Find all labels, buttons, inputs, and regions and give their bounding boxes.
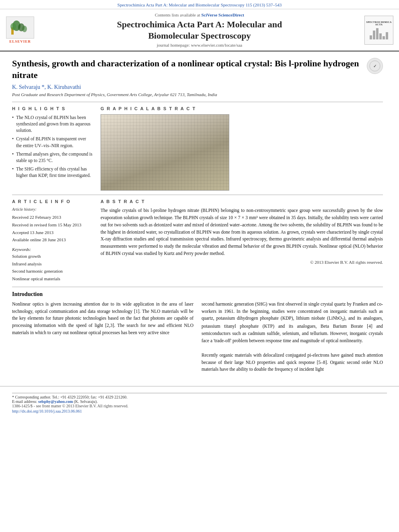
introduction-two-col: Nonlinear optics is given increasing att… (12, 301, 383, 373)
article-history-label: Article history: (12, 207, 93, 212)
intro-text-right-2: Recently organic materials with delocali… (202, 352, 383, 373)
spectro-logo-box: SPECTROCHIMICA ACTA (364, 16, 393, 45)
keyword-4: Nonlinear optical materials (12, 275, 93, 283)
article-title: Synthesis, growth and characterization o… (12, 58, 363, 81)
abstract-text: The single crystals of bis l-proline hyd… (101, 207, 383, 257)
spectro-bar-3 (376, 28, 378, 39)
revised-date: Received in revised form 15 May 2013 (12, 221, 93, 229)
intro-col-right: second harmonic generation (SHG) was fir… (202, 301, 383, 373)
divider-after-highlights (12, 195, 383, 195)
footer-doi: http://dx.doi.org/10.1016/j.saa.2013.06.… (12, 409, 387, 413)
available-date: Available online 28 June 2013 (12, 236, 93, 244)
journal-banner: ELSEVIER Contents lists available at Sci… (0, 9, 399, 51)
keywords-label: Keywords: (12, 247, 93, 252)
footer-issn: 1386-1425/$ - see front matter © 2013 El… (12, 404, 387, 408)
journal-title-banner: Spectrochimica Acta Part A: Molecular an… (40, 19, 359, 41)
graphical-abstract-image (101, 114, 229, 191)
article-keywords: Solution growth Infrared analysis Second… (12, 253, 93, 283)
crystal-image-placeholder (101, 115, 229, 190)
spectro-logo-text: SPECTROCHIMICA ACTA (366, 21, 392, 26)
journal-homepage: journal homepage: www.elsevier.com/locat… (40, 43, 359, 47)
introduction-heading: Introduction (12, 291, 383, 298)
keyword-3: Second harmonic generation (12, 267, 93, 275)
list-item: Thermal analyses gives, the compound is … (12, 151, 93, 164)
elsevier-logo-image (6, 16, 34, 39)
received-date: Received 22 February 2013 (12, 214, 93, 221)
footnote-corresponding: * Corresponding author. Tel.: +91 4329 2… (12, 393, 387, 404)
spectro-bar-5 (383, 36, 385, 39)
abstract-column: A B S T R A C T The single crystals of b… (101, 199, 383, 283)
abstract-copyright: © 2013 Elsevier B.V. All rights reserved… (101, 260, 383, 265)
divider-after-affiliation (12, 102, 383, 102)
spectro-bar-1 (370, 35, 372, 39)
graphical-abstract-column: G R A P H I C A L A B S T R A C T (101, 106, 383, 191)
article-title-section: Synthesis, growth and characterization o… (12, 58, 383, 81)
spectro-bar-2 (373, 31, 375, 39)
journal-top-header: Spectrochimica Acta Part A: Molecular an… (0, 0, 399, 9)
keyword-2: Infrared analysis (12, 260, 93, 268)
crossmark-badge[interactable]: ✓ (367, 58, 383, 74)
email-address[interactable]: selsphy@yahoo.com (38, 399, 73, 404)
elsevier-text: ELSEVIER (9, 39, 31, 43)
email-name: (K. Selvaraju). (74, 399, 98, 404)
graphical-abstract-label: G R A P H I C A L A B S T R A C T (101, 106, 383, 111)
page-footer: * Corresponding author. Tel.: +91 4329 2… (0, 386, 399, 417)
svg-text:✓: ✓ (373, 64, 376, 68)
list-item: The SHG efficiency of this crystal has h… (12, 166, 93, 179)
article-info-label: A R T I C L E I N F O (12, 199, 93, 204)
email-label: E-mail address: (12, 399, 37, 404)
highlights-column: H I G H L I G H T S The NLO crystal of B… (12, 106, 93, 191)
spectro-logo-area: SPECTROCHIMICA ACTA (363, 16, 395, 45)
intro-col-left: Nonlinear optics is given increasing att… (12, 301, 193, 373)
highlights-label: H I G H L I G H T S (12, 106, 93, 111)
article-dates: Received 22 February 2013 Received in re… (12, 214, 93, 244)
abstract-label: A B S T R A C T (101, 199, 383, 204)
sciverse-link[interactable]: SciVerse ScienceDirect (201, 12, 244, 17)
authors: K. Selvaraju *, K. Kirubavathi (12, 84, 383, 90)
highlights-list: The NLO crystal of BLPHN has been synthe… (12, 114, 93, 179)
article-info-column: A R T I C L E I N F O Article history: R… (12, 199, 93, 283)
svg-point-3 (10, 23, 16, 30)
spectro-chart-mini (370, 27, 388, 39)
elsevier-logo-area: ELSEVIER (4, 16, 36, 43)
list-item: The NLO crystal of BLPHN has been synthe… (12, 114, 93, 134)
intro-text-left: Nonlinear optics is given increasing att… (12, 301, 193, 337)
svg-point-4 (22, 26, 27, 32)
accepted-date: Accepted 13 June 2013 (12, 229, 93, 236)
info-abstract-section: A R T I C L E I N F O Article history: R… (12, 199, 383, 283)
keyword-1: Solution growth (12, 253, 93, 260)
intro-text-right: second harmonic generation (SHG) was fir… (202, 301, 383, 345)
list-item: Crystal of BLPHN is transparent over the… (12, 136, 93, 148)
journal-banner-center: Contents lists available at SciVerse Sci… (40, 12, 359, 47)
spectro-bar-4 (379, 33, 382, 39)
introduction-section: Introduction Nonlinear optics is given i… (12, 291, 383, 373)
spectro-bar-6 (386, 32, 388, 39)
divider-before-intro (12, 287, 383, 287)
affiliation: Post Graduate and Research Department of… (12, 92, 383, 97)
main-content: Synthesis, growth and characterization o… (0, 51, 399, 380)
sciverse-line: Contents lists available at SciVerse Sci… (40, 12, 359, 17)
doi-link[interactable]: http://dx.doi.org/10.1016/j.saa.2013.06.… (12, 409, 82, 413)
highlights-graphical-section: H I G H L I G H T S The NLO crystal of B… (12, 106, 383, 191)
